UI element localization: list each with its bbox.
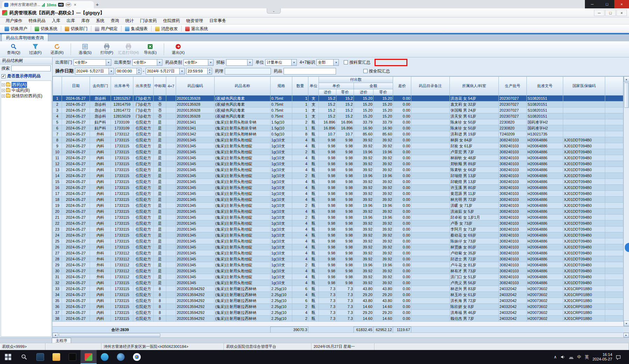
table-row[interactable]: 322024-05-27内科1733115住院处方是202001345(集采)注… [53,280,623,286]
taskbar-app-chrome[interactable] [129,350,145,364]
date-to-picker[interactable]: 2024年 5月27日▼ [146,68,185,75]
show-disabled-checkbox[interactable]: ✓ [1,74,6,78]
col-header-insurance[interactable]: 国家医保编码 [563,77,605,96]
message-button[interactable]: 消息收发 [153,25,180,33]
browser-close-button[interactable]: × [614,0,629,8]
table-row[interactable]: 262024-05-27内科1733115住院处方是202001345(集采)注… [53,244,623,250]
checkbox-icon[interactable] [363,69,368,73]
exit-button[interactable]: 退出(X) [168,43,188,55]
table-row[interactable]: 292024-05-27外科1733112住院处方是202001345(集采)注… [53,262,623,268]
table-row[interactable]: 222024-05-27内科1733115住院处方是202001345(集采)注… [53,220,623,226]
taskbar-app-messenger[interactable] [97,350,113,364]
lock-user-button[interactable]: 用户锁定 [92,25,120,33]
table-row[interactable]: 122024-05-27内科1733115住院处方是202001345(集采)注… [53,161,623,167]
print-button[interactable]: 打印(P) [97,43,117,55]
by-dept-summary-checkbox[interactable]: 按科室汇总 [344,59,370,65]
table-row[interactable]: 342024-05-27内科1733115住院处方82020013594292(… [53,292,623,298]
col-header-purchase-price[interactable]: 进价 [319,89,336,96]
filter-button[interactable]: 过滤(F) [25,43,46,55]
table-row[interactable]: 142024-05-27内科1733115住院处方是202001345(集采)注… [53,173,623,179]
col-header-diff[interactable]: 差价 [393,77,411,96]
minimize-button[interactable]: ─ [594,9,604,16]
summary-print-button[interactable]: 汇总打印(H) [118,43,139,55]
taskbar-clock[interactable]: 16:14 2024-05-27 [593,352,612,362]
ime-en-indicator[interactable]: 英 [585,354,589,360]
expand-icon[interactable]: + [2,89,5,92]
scrollbar-thumb[interactable] [624,83,629,108]
col-header-rownum[interactable] [53,77,62,96]
f47-filter-combo[interactable]: 全部▼ [316,59,339,66]
table-row[interactable]: 42024-05-27急诊科12815029门诊处方否20200135928(基… [53,113,623,119]
col-header-f47[interactable]: 4+7 [166,77,176,96]
table-row[interactable]: 22024-05-27急诊科12814759门诊处方否20200135928(基… [53,102,623,107]
tab-drug-outbound-detail[interactable]: 药品出库明细账查询 [1,34,48,41]
drug-input[interactable] [284,68,336,75]
expand-icon[interactable]: + [2,94,5,98]
pharmacology-input[interactable] [225,68,271,75]
menu-item[interactable]: 日常事务 [207,17,229,24]
search-input[interactable] [11,65,51,71]
table-row[interactable]: 162024-05-27内科1733115住院处方是202001345(集采)注… [53,185,623,191]
table-row[interactable]: 332024-05-27内科1733115住院处方82020013594292(… [53,286,623,292]
speaker-icon[interactable] [560,355,565,359]
table-row[interactable]: 102024-05-27内科1733115住院处方是202001345(集采)注… [53,149,623,155]
scroll-up-icon[interactable]: ▲ [624,76,629,82]
horizontal-scrollbar[interactable]: ◄ ► [53,332,629,337]
taskbar-search-button[interactable] [16,350,32,364]
menu-item[interactable]: 统计 [123,17,137,24]
tree-item-chinese-patent-drugs[interactable]: + 中成药(B) [2,88,50,93]
scroll-left-icon[interactable]: ◄ [53,333,58,337]
expand-icon[interactable]: + [2,83,5,86]
start-button[interactable] [0,350,16,364]
table-row[interactable]: 372024-05-27内科1733115住院处方82020013594292(… [53,310,623,316]
col-header-bid-period[interactable]: 中标期 [154,77,166,96]
col-header-note[interactable]: 药品目录备注 [411,77,450,96]
table-row[interactable]: 12024-05-27急诊科12815257门诊处方否20200135928(基… [53,96,623,102]
switch-dept-button[interactable]: 切换部门 [62,25,90,33]
dept-filter-combo[interactable]: <全部>▼ [74,59,111,66]
col-header-batch[interactable]: 生产批号 [499,77,527,96]
table-row[interactable]: 62024-05-27妇产科1733109住院处方是202001341(集采)注… [53,125,623,131]
scrollbar-thumb[interactable] [59,333,160,337]
col-header-approval[interactable]: 批准文号 [527,77,563,96]
browser-dropdown-handle[interactable]: ⌄ [267,8,281,14]
col-header-spec[interactable]: 规格 [271,77,292,96]
table-row[interactable]: 152024-05-27内科1733115住院处方是202001345(集采)注… [53,179,623,185]
col-header-dept[interactable]: 去向部门 [90,77,111,96]
table-row[interactable]: 72024-05-27外科1733112住院处方是202001342(集采)注射… [53,131,623,137]
main-program-tab[interactable]: 主程序 [52,338,71,343]
maximize-button[interactable]: □ [605,9,616,16]
time-from-spinner[interactable]: 00:00:00▲▼ [116,68,141,75]
options-button[interactable]: 选项(S) [75,43,95,55]
type-filter-combo[interactable]: <全部>▼ [132,59,162,66]
table-row[interactable]: 302024-05-27外科1733112住院处方是202001345(集采)注… [53,268,623,274]
table-row[interactable]: 252024-05-27内科1733115住院处方是202001345(集采)注… [53,238,623,244]
integrated-report-button[interactable]: 集成报表 [123,25,150,33]
menu-item[interactable]: 库存 [78,17,92,24]
checkbox-icon[interactable] [344,60,348,64]
date-from-picker[interactable]: 2024年 5月27日▼ [75,68,114,75]
time-to-spinner[interactable]: 23:59:59▲▼ [186,68,212,75]
table-row[interactable]: 52024-05-27妇产科1733109住院处方是202001341(集采)注… [53,119,623,125]
menu-item[interactable]: 系统 [93,17,107,24]
col-header-purchase-amount[interactable]: 进价 [354,89,373,96]
table-row[interactable]: 212024-05-27内科1733115住院处方是202001345(集采)注… [53,215,623,220]
table-row[interactable]: 112024-05-27内科1733115住院处方是202001345(集采)注… [53,155,623,161]
col-header-unit[interactable]: 单位 [308,77,319,96]
vertical-scrollbar[interactable]: ▲ ▼ [623,76,629,326]
tab-close-icon[interactable]: × [73,2,77,7]
restore-button[interactable]: 还原(R) [47,43,67,55]
menu-item[interactable]: 门诊发药 [137,17,160,24]
taskbar-app-monitor[interactable] [32,350,48,364]
col-header-order-no[interactable]: 出库单号 [111,77,133,96]
menu-item[interactable]: 入库 [49,17,63,24]
query-button[interactable]: 查询(Q) [4,43,24,55]
table-row[interactable]: 352024-05-27内科1733115住院处方82020013594292(… [53,298,623,304]
table-row[interactable]: 172024-05-27内科1733115住院处方是202001345(集采)注… [53,191,623,197]
col-header-code[interactable]: 药品编码 [176,77,215,96]
menu-item[interactable]: 出库 [64,17,78,24]
new-tab-button[interactable]: + [94,0,101,8]
scroll-down-icon[interactable]: ▼ [624,321,629,326]
taskbar-app-files[interactable] [48,350,64,364]
browser-tab[interactable]: 漳州古雷港经济... 10ms HD HP × [2,1,94,8]
